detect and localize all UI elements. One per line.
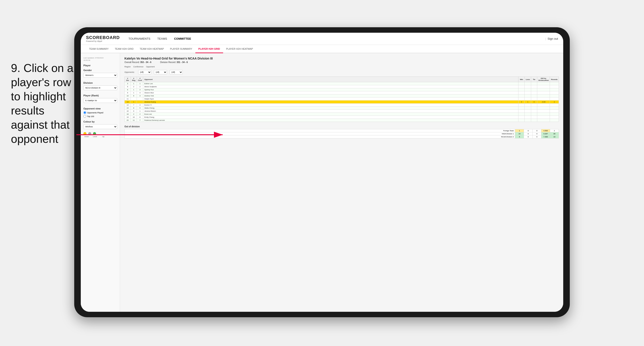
table-cell [550, 104, 559, 107]
conference-filter-group: Conference [134, 66, 144, 68]
table-cell: 0 [531, 101, 537, 104]
ood-table-row[interactable]: Foreign Team1004.5002 [125, 129, 559, 132]
table-cell [137, 97, 143, 101]
table-row[interactable]: 311Esther Lee [125, 82, 559, 85]
conference-select[interactable]: (All) [154, 70, 167, 74]
table-row[interactable]: 131Jessica Huang010-3.002 [125, 101, 559, 104]
table-cell [537, 113, 550, 116]
nav-committee[interactable]: COMMITTEE [174, 36, 191, 41]
ood-table-row[interactable]: NCAA Division 25007.40010 [125, 135, 559, 139]
nav-tournaments[interactable]: TOURNAMENTS [128, 36, 150, 41]
table-cell: 5 [137, 107, 143, 110]
colour-by-dropdown[interactable]: Win/loss [84, 124, 117, 129]
ood-cell: 9.267 [542, 132, 550, 135]
table-cell [550, 116, 559, 119]
table-cell [524, 113, 531, 116]
table-row[interactable]: 522Alexis Sudjianto [125, 85, 559, 88]
colour-dots [84, 132, 117, 135]
top-nav: SCOREBOARD Powered by clippd TOURNAMENTS… [81, 33, 563, 45]
table-cell: 3 [137, 88, 143, 91]
table-cell [518, 113, 524, 116]
table-cell [524, 94, 531, 97]
col-loss: Loss [524, 77, 531, 82]
ood-cell: 1 [515, 129, 524, 132]
table-cell: 8 [131, 107, 137, 110]
ood-cell: NAIA Division 1 [125, 132, 515, 135]
table-cell [531, 91, 537, 94]
sub-nav-player-h2h-grid[interactable]: PLAYER H2H GRID [196, 45, 223, 53]
opponents-label: Opponents: [124, 71, 135, 73]
ood-cell: Foreign Team [125, 129, 515, 132]
table-cell: Federica Domecq Lacroze [143, 119, 518, 122]
region-select[interactable]: (All) [138, 70, 151, 74]
sub-nav-player-summary[interactable]: PLAYER SUMMARY [167, 45, 196, 53]
table-cell: 4 [137, 91, 143, 94]
dot-level [88, 132, 91, 135]
table-row[interactable]: 19106Emily Chang [125, 116, 559, 119]
table-cell: Jessica Mason [143, 110, 518, 113]
table-cell: 1 [131, 101, 137, 104]
division-dropdown[interactable]: NCAA Division III [84, 85, 117, 90]
sub-nav-team-h2h-grid[interactable]: TEAM H2H GRID [112, 45, 137, 53]
table-cell [550, 82, 559, 85]
table-row[interactable]: 1474Eunice Yi [125, 104, 559, 107]
nav-teams[interactable]: TEAMS [158, 36, 167, 41]
table-cell: Haejin Hyun [143, 97, 518, 101]
table-cell: 1 [137, 82, 143, 85]
table-cell [531, 119, 537, 122]
table-cell [531, 110, 537, 113]
table-cell: 1 [131, 88, 137, 91]
sub-nav-player-h2h-heatmap[interactable]: PLAYER H2H HEATMAP [223, 45, 256, 53]
table-cell [531, 116, 537, 119]
opponent-select[interactable]: (All) [170, 70, 183, 74]
table-row[interactable]: 20117Federica Domecq Lacroze [125, 119, 559, 122]
table-cell: 10 [131, 116, 137, 119]
table-cell: 20 [125, 119, 131, 122]
sidebar-player-label: Player [84, 64, 117, 67]
table-row[interactable]: 11Haejin Hyun [125, 97, 559, 101]
ood-cell: 0 [533, 135, 542, 139]
ood-cell: 4.500 [542, 129, 550, 132]
table-cell [524, 85, 531, 88]
col-win: Win [518, 77, 524, 82]
radio-top100[interactable]: Top 100 [84, 115, 117, 118]
ood-cell: NCAA Division 2 [125, 135, 515, 139]
table-cell [537, 110, 550, 113]
radio-opponents-played[interactable]: Opponents Played [84, 111, 117, 114]
table-row[interactable]: 1585Stella Cheng [125, 107, 559, 110]
label-down: Down [84, 136, 90, 138]
ood-cell: 2 [550, 129, 559, 132]
gender-dropdown[interactable]: Women's [84, 73, 117, 78]
col-div: # Div [125, 77, 131, 82]
table-cell: Stella Cheng [143, 107, 518, 110]
table-cell: Emily Chang [143, 116, 518, 119]
ood-cell: 30 [550, 132, 559, 135]
label-up: Up [100, 136, 106, 138]
table-cell [550, 119, 559, 122]
table-cell [531, 97, 537, 101]
table-row[interactable]: 613Sydney Kuo [125, 88, 559, 91]
content-area: Katelyn Vo Head-to-Head Grid for Women's… [120, 53, 563, 312]
dropdowns-row: Opponents: (All) (All) (All) [124, 70, 559, 74]
ood-table-row[interactable]: NAIA Division 115009.26730 [125, 132, 559, 135]
grid-title: Katelyn Vo Head-to-Head Grid for Women's… [124, 57, 559, 60]
player-rank-dropdown[interactable]: 8. Katelyn Vo [84, 98, 117, 103]
table-cell [531, 113, 537, 116]
table-cell [518, 97, 524, 101]
sub-nav-team-h2h-heatmap[interactable]: TEAM H2H HEATMAP [137, 45, 167, 53]
table-row[interactable]: 1063Andrea York [125, 94, 559, 97]
table-cell [137, 101, 143, 104]
sign-out-button[interactable]: Sign out [548, 37, 558, 40]
table-cell [518, 85, 524, 88]
col-tie: Tie [531, 77, 537, 82]
table-row[interactable]: 1822Euna Lee [125, 113, 559, 116]
ood-cell: 0 [533, 132, 542, 135]
ood-table: Foreign Team1004.5002NAIA Division 11500… [124, 129, 559, 139]
table-row[interactable]: 1691Jessica Mason [125, 110, 559, 113]
sub-nav-team-summary[interactable]: TEAM SUMMARY [86, 45, 112, 53]
table-cell [524, 119, 531, 122]
table-cell: 11 [125, 97, 131, 101]
table-row[interactable]: 914Sharon Mun [125, 91, 559, 94]
table-cell: 13 [125, 101, 131, 104]
col-rounds: Rounds [550, 77, 559, 82]
